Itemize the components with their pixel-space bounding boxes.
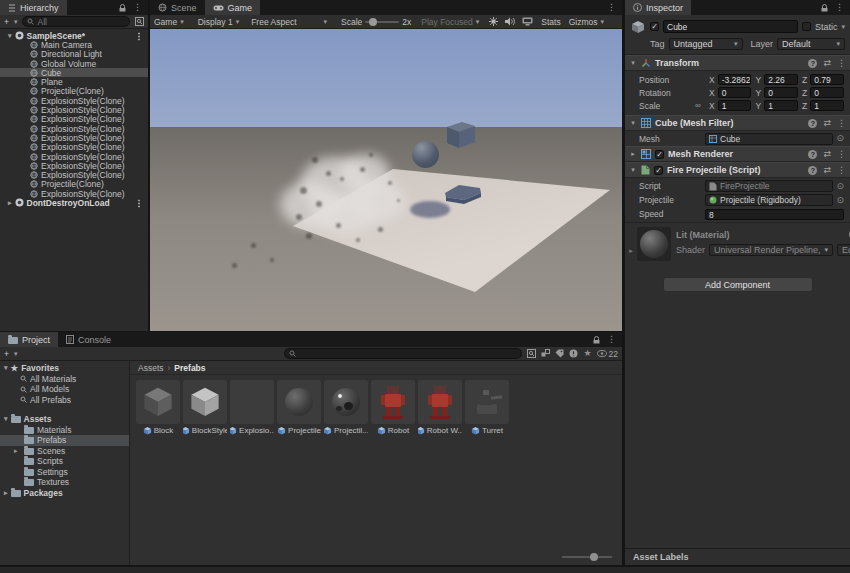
hierarchy-row[interactable]: ExplosionStyle(Clone) <box>0 96 148 105</box>
hierarchy-row[interactable]: ExplosionStyle(Clone) <box>0 170 148 179</box>
game-viewport[interactable] <box>150 29 622 331</box>
hierarchy-row[interactable]: Projectile(Clone) <box>0 87 148 96</box>
project-search-input[interactable] <box>284 348 522 359</box>
lock-icon[interactable] <box>119 4 126 12</box>
transform-header[interactable]: ▾ Transform ? ⇄ ⋮ <box>625 55 850 71</box>
foldout-icon[interactable]: ▸ <box>8 199 12 207</box>
asset-item-explosio-[interactable]: Explosio... <box>230 380 274 436</box>
preset-icon[interactable]: ⇄ <box>823 59 831 68</box>
folder-row-materials[interactable]: Materials <box>0 425 129 436</box>
hierarchy-row[interactable]: ExplosionStyle(Clone) <box>0 105 148 114</box>
folder-row-scenes[interactable]: ▸Scenes <box>0 446 129 457</box>
scene-menu-icon[interactable]: ⋮ <box>135 31 149 41</box>
rotation-z-field[interactable]: 0 <box>810 87 844 98</box>
tag-dropdown[interactable]: Untagged▾ <box>669 38 743 50</box>
foldout-icon[interactable]: ▸ <box>14 447 21 455</box>
hierarchy-row[interactable]: ExplosionStyle(Clone) <box>0 143 148 152</box>
favorites-search-item[interactable]: All Materials <box>0 374 129 385</box>
component-menu-icon[interactable]: ⋮ <box>837 119 846 128</box>
breadcrumb-current[interactable]: Prefabs <box>174 363 205 373</box>
static-caret-icon[interactable]: ▾ <box>841 23 845 30</box>
hierarchy-row[interactable]: ExplosionStyle(Clone) <box>0 133 148 142</box>
folder-row-prefabs[interactable]: Prefabs <box>0 435 129 446</box>
search-by-label-icon[interactable] <box>555 349 564 358</box>
gameobject-cube-icon[interactable] <box>630 19 646 35</box>
hierarchy-row[interactable]: ExplosionStyle(Clone) <box>0 152 148 161</box>
shader-edit-button[interactable]: Edit... <box>837 244 850 256</box>
hierarchy-row[interactable]: Plane <box>0 77 148 86</box>
asset-item-robot[interactable]: Robot <box>371 380 415 436</box>
asset-item-block[interactable]: Block <box>136 380 180 436</box>
project-menu-icon[interactable]: ⋮ <box>607 335 616 344</box>
help-icon[interactable]: ? <box>808 59 817 68</box>
asset-thumbnail[interactable] <box>324 380 368 424</box>
search-by-type-icon[interactable] <box>541 349 550 358</box>
breadcrumb-assets[interactable]: Assets <box>138 363 164 373</box>
help-icon[interactable]: ? <box>808 166 817 175</box>
hierarchy-row[interactable]: ExplosionStyle(Clone) <box>0 124 148 133</box>
hierarchy-row[interactable]: ExplosionStyle(Clone) <box>0 189 148 198</box>
inspector-menu-icon[interactable]: ⋮ <box>835 3 844 12</box>
rotation-x-field[interactable]: 0 <box>718 87 752 98</box>
create-button[interactable]: + <box>4 17 9 27</box>
asset-item-projectile[interactable]: Projectile <box>277 380 321 436</box>
packages-root-row[interactable]: ▸Packages <box>0 488 129 499</box>
object-picker-icon[interactable]: ⊙ <box>836 134 844 143</box>
rotation-y-field[interactable]: 0 <box>764 87 798 98</box>
asset-thumbnail[interactable] <box>183 380 227 424</box>
object-picker-icon[interactable]: ⊙ <box>836 196 844 205</box>
active-checkbox[interactable]: ✓ <box>650 22 659 31</box>
game-view-dropdown[interactable]: Game▾ <box>154 17 184 27</box>
tab-hierarchy[interactable]: Hierarchy <box>0 0 67 15</box>
foldout-icon[interactable]: ▾ <box>629 59 637 67</box>
favorites-row[interactable]: ▾★Favorites <box>0 363 129 374</box>
component-menu-icon[interactable]: ⋮ <box>837 166 846 175</box>
tab-console[interactable]: Console <box>58 332 119 347</box>
open-in-search-icon[interactable] <box>527 349 536 358</box>
preset-icon[interactable]: ⇄ <box>823 119 831 128</box>
gameobject-name-field[interactable]: Cube <box>663 20 798 33</box>
tab-scene[interactable]: Scene <box>150 0 205 15</box>
assets-root-row[interactable]: ▾Assets <box>0 414 129 425</box>
save-search-star-icon[interactable]: ★ <box>583 349 591 358</box>
component-menu-icon[interactable]: ⋮ <box>837 150 846 159</box>
scale-link-icon[interactable]: ∞ <box>695 101 705 110</box>
aspect-dropdown[interactable]: Free Aspect▾ <box>251 17 327 27</box>
foldout-icon[interactable]: ▾ <box>4 364 8 372</box>
foldout-icon[interactable]: ▸ <box>629 150 637 158</box>
speed-field[interactable]: 8 <box>705 209 844 220</box>
scale-z-field[interactable]: 1 <box>810 100 844 111</box>
asset-item-projectil-[interactable]: Projectil... <box>324 380 368 436</box>
asset-item-turret[interactable]: Turret <box>465 380 509 436</box>
tab-game[interactable]: Game <box>205 0 261 15</box>
scale-slider[interactable]: Scale 2x <box>341 17 411 27</box>
play-focused-dropdown[interactable]: Play Focused▾ <box>421 17 479 27</box>
asset-labels-bar[interactable]: Asset Labels <box>625 548 850 565</box>
preset-icon[interactable]: ⇄ <box>823 166 831 175</box>
hierarchy-row-dontdestroy[interactable]: ▸DontDestroyOnLoad⋮ <box>0 198 148 207</box>
foldout-icon[interactable]: ▾ <box>8 32 12 40</box>
object-picker-icon[interactable]: ⊙ <box>836 182 844 191</box>
hidden-count-eye-icon[interactable]: 22 <box>597 349 618 359</box>
mesh-object-field[interactable]: Cube <box>705 133 833 145</box>
scale-slider-track[interactable] <box>365 21 399 23</box>
asset-thumbnail[interactable] <box>418 380 462 424</box>
hierarchy-row[interactable]: ExplosionStyle(Clone) <box>0 115 148 124</box>
create-button[interactable]: + <box>4 349 9 359</box>
foldout-icon[interactable]: ▸ <box>4 489 8 497</box>
layer-dropdown[interactable]: Default▾ <box>777 38 845 50</box>
display-dropdown[interactable]: Display 1▾ <box>198 17 239 27</box>
asset-thumbnail[interactable] <box>136 380 180 424</box>
lock-icon[interactable] <box>593 336 600 344</box>
hierarchy-menu-icon[interactable]: ⋮ <box>133 3 142 12</box>
asset-thumbnail[interactable] <box>465 380 509 424</box>
asset-item-robot-w-[interactable]: Robot W... <box>418 380 462 436</box>
folder-row-textures[interactable]: Textures <box>0 477 129 488</box>
hierarchy-search-input[interactable]: All <box>22 16 130 27</box>
thumbnail-size-slider-thumb[interactable] <box>590 553 598 561</box>
script-object-field[interactable]: FireProjectile <box>705 180 833 192</box>
open-in-search-icon[interactable] <box>135 17 144 26</box>
frame-debugger-icon[interactable] <box>489 17 498 26</box>
vsync-monitor-icon[interactable] <box>522 17 533 26</box>
position-x-field[interactable]: -3.28626 <box>718 74 752 85</box>
